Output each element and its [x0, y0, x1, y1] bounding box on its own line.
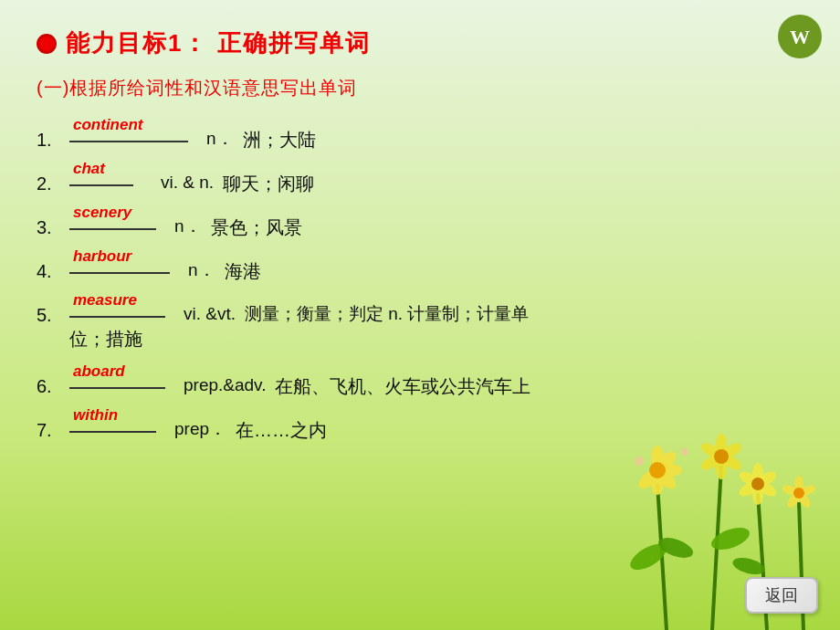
item-row: 3. scenery n． 景色；风景 [37, 201, 803, 241]
red-circle-icon [37, 34, 57, 54]
item-row-5: 5. measure vi. &vt. 测量；衡量；判定 n. 计量制；计量单 … [37, 289, 803, 356]
answer-block: measure [69, 289, 174, 318]
answer-word: scenery [69, 201, 135, 225]
meaning: 测量；衡量；判定 n. 计量制；计量单 [245, 289, 803, 328]
pos: n． [206, 113, 234, 152]
item-row: 4. harbour n． 海港 [37, 245, 803, 285]
item-number: 5. [37, 289, 69, 329]
answer-word: chat [69, 157, 109, 181]
underline [69, 139, 188, 142]
answer-block: within [69, 404, 165, 433]
underline [69, 226, 156, 230]
underline [69, 270, 170, 274]
pos: n． [188, 245, 215, 284]
answer-block: harbour [69, 245, 179, 274]
pos: prep.&adv. [184, 360, 266, 399]
answer-block: scenery [69, 201, 165, 230]
meaning: 在船、飞机、火车或公共汽车上 [275, 360, 803, 400]
answer-word: continent [69, 113, 147, 137]
answer-word: within [69, 404, 121, 427]
item-row: 1. continent n． 洲；大陆 [37, 113, 803, 153]
item-row: 6. aboard prep.&adv. 在船、飞机、火车或公共汽车上 [37, 360, 803, 400]
answer-word: harbour [69, 245, 135, 268]
meaning: 在……之内 [236, 404, 803, 444]
item-number: 2. [37, 157, 69, 197]
answer-word: aboard [69, 360, 129, 383]
meaning: 海港 [225, 245, 803, 285]
meaning: 洲；大陆 [243, 113, 803, 153]
answer-block: chat [69, 157, 152, 186]
item-number: 1. [37, 113, 69, 153]
answer-block: continent [69, 113, 197, 142]
item-number: 6. [37, 360, 69, 400]
return-button[interactable]: 返回 [745, 577, 818, 614]
item-number: 4. [37, 245, 69, 285]
underline [69, 314, 165, 318]
pos: prep． [174, 404, 226, 443]
meaning: 聊天；闲聊 [223, 157, 803, 197]
pos: vi. &vt. [184, 289, 236, 328]
item-row: 2. chat vi. & n. 聊天；闲聊 [37, 157, 803, 197]
underline [69, 429, 156, 433]
item-number: 7. [37, 404, 69, 444]
meaning: 景色；风景 [211, 201, 803, 241]
underline [69, 385, 165, 389]
item-5-continuation: 位；措施 [37, 325, 803, 352]
pos: vi. & n. [161, 157, 214, 196]
answer-word: measure [69, 289, 141, 312]
answer-block: aboard [69, 360, 174, 389]
content-area: 能力目标1： 正确拼写单词 (一)根据所给词性和汉语意思写出单词 1. cont… [0, 0, 840, 630]
underline [69, 183, 133, 186]
pos: n． [174, 201, 202, 240]
item-number: 3. [37, 201, 69, 241]
item-row: 5. measure vi. &vt. 测量；衡量；判定 n. 计量制；计量单 [37, 289, 803, 329]
sub-title: (一)根据所给词性和汉语意思写出单词 [37, 76, 803, 100]
main-title: 能力目标1： 正确拼写单词 [66, 27, 371, 59]
item-row: 7. within prep． 在……之内 [37, 404, 803, 444]
title-row: 能力目标1： 正确拼写单词 [37, 27, 803, 59]
items-container: 1. continent n． 洲；大陆 2. chat vi. & n. 聊天… [37, 113, 803, 444]
